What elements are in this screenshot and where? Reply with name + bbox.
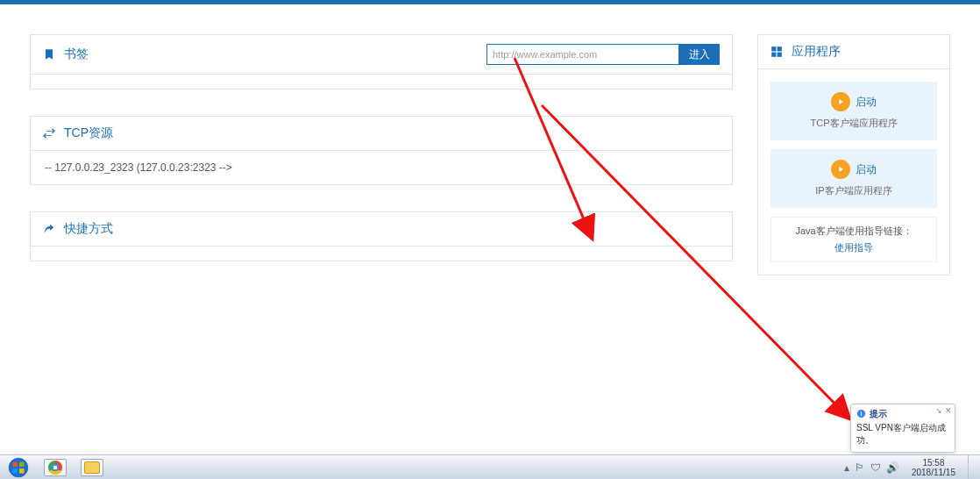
grid-icon	[771, 46, 783, 58]
tray-flag-icon[interactable]: 🏳	[855, 461, 865, 474]
app-subtitle: TCP客户端应用程序	[778, 117, 930, 130]
svg-rect-2	[771, 53, 776, 57]
apps-title: 应用程序	[792, 44, 841, 60]
taskbar-chrome-icon[interactable]	[37, 455, 74, 479]
svg-point-8	[9, 458, 28, 477]
tcp-panel: TCP资源 -- 127.0.0.23_2323 (127.0.0.23:232…	[30, 116, 733, 185]
launch-label[interactable]: 启动	[856, 162, 877, 177]
url-input[interactable]	[486, 44, 679, 65]
play-icon[interactable]	[831, 160, 850, 179]
balloon-close-icon[interactable]: ↘ ✕	[935, 406, 952, 415]
app-subtitle: IP客户端应用程序	[778, 184, 930, 197]
clock-date: 2018/11/15	[912, 468, 955, 477]
tcp-body: -- 127.0.0.23_2323 (127.0.0.23:2323 -->	[31, 151, 732, 184]
svg-text:i: i	[861, 410, 863, 416]
tcp-title: TCP资源	[64, 125, 113, 141]
bookmarks-panel: 书签 进入	[30, 34, 733, 89]
start-button[interactable]	[0, 455, 37, 479]
launch-label[interactable]: 启动	[856, 95, 877, 110]
svg-rect-0	[771, 46, 776, 51]
balloon-title: 提示	[870, 408, 887, 420]
play-icon[interactable]	[831, 92, 850, 111]
tray-shield-icon[interactable]: 🛡	[870, 461, 881, 474]
notification-balloon: ↘ ✕ i 提示 SSL VPN客户端启动成功。	[850, 404, 955, 453]
guide-text: Java客户端使用指导链接：	[777, 225, 931, 238]
shortcut-body	[31, 247, 732, 261]
svg-rect-1	[778, 46, 782, 51]
app-card-ip: 启动 IP客户端应用程序	[771, 149, 937, 208]
taskbar-explorer-icon[interactable]	[74, 455, 110, 479]
shortcut-panel: 快捷方式	[30, 211, 733, 261]
taskbar: ▴ 🏳 🛡 🔊 15:58 2018/11/15	[0, 454, 980, 479]
svg-rect-3	[778, 53, 782, 57]
balloon-message: SSL VPN客户端启动成功。	[856, 422, 949, 447]
taskbar-clock[interactable]: 15:58 2018/11/15	[906, 456, 961, 479]
tray-volume-icon[interactable]: 🔊	[886, 461, 899, 474]
bookmarks-title: 书签	[64, 46, 89, 62]
bookmark-icon	[43, 48, 55, 61]
transfer-icon	[43, 127, 55, 139]
share-icon	[43, 223, 55, 235]
tray-up-icon[interactable]: ▴	[844, 461, 849, 474]
clock-time: 15:58	[912, 458, 955, 468]
app-card-tcp: 启动 TCP客户端应用程序	[771, 82, 937, 140]
guide-card: Java客户端使用指导链接： 使用指导	[771, 217, 937, 262]
go-button[interactable]: 进入	[679, 44, 720, 65]
show-desktop-button[interactable]	[968, 455, 976, 479]
guide-link[interactable]: 使用指导	[777, 241, 931, 254]
info-icon: i	[856, 409, 866, 420]
tcp-item[interactable]: -- 127.0.0.23_2323 (127.0.0.23:2323 -->	[45, 161, 718, 174]
bookmarks-body	[31, 75, 732, 89]
system-tray[interactable]: ▴ 🏳 🛡 🔊	[844, 461, 899, 474]
apps-panel: 应用程序 启动 TCP客户端应用程序	[757, 34, 950, 275]
shortcut-title: 快捷方式	[64, 221, 113, 237]
